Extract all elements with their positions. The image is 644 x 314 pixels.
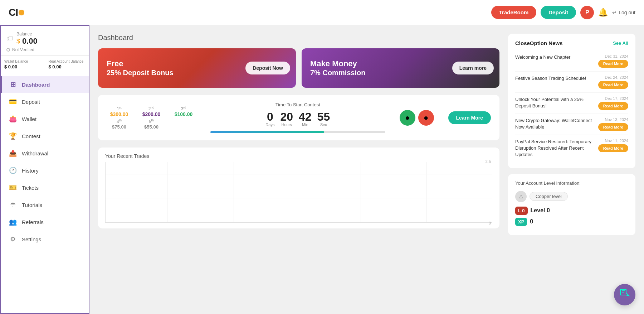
- logout-icon: ↩: [612, 10, 616, 15]
- not-verified-row: Not Verified: [6, 47, 83, 52]
- news-item-1-date: Dec 31, 2024: [605, 54, 628, 58]
- deposit-now-button[interactable]: Deposit Now: [245, 62, 290, 74]
- read-more-2-button[interactable]: Read More: [598, 81, 628, 89]
- recent-trades-section: Your Recent Trades 2.5 0: [98, 148, 499, 228]
- wallet-balance-item: Wallet Balance $ 0.00: [1, 56, 45, 73]
- avatar-button[interactable]: P: [580, 6, 594, 19]
- sidebar-label-history: History: [22, 168, 39, 174]
- sidebar-item-tutorials[interactable]: ☂ Tutorials: [1, 196, 89, 213]
- prize-5th-amount: $55.00: [139, 124, 164, 130]
- balance-row: 🏷 Balance $ 0.00: [6, 32, 83, 46]
- real-account-label: Real Account Balance: [49, 59, 86, 63]
- place-4-label: 4th: [107, 119, 132, 124]
- level-badge: L 0: [515, 207, 528, 215]
- sidebar-item-withdrawal[interactable]: 📤 Withdrawal: [1, 145, 89, 162]
- sidebar-label-dashboard: Dashboard: [22, 82, 50, 88]
- sidebar-item-contest[interactable]: 🏆 Contest: [1, 127, 89, 145]
- balance-section: 🏷 Balance $ 0.00 Not Verified: [1, 26, 89, 55]
- contest-section: 1st $300.00 2nd $200.00 3rd $100.00 4th: [98, 95, 499, 140]
- news-item-5-title: PayPal Service Restored: Temporary Disru…: [515, 139, 592, 158]
- prize-1st: 1st $300.00: [107, 106, 132, 117]
- prize-row-bottom: 4th $75.00 5th $55.00: [107, 119, 196, 130]
- news-item-2-right: Dec 24, 2024 Read More: [596, 75, 628, 89]
- account-level-title: Your Account Level Information:: [515, 180, 628, 186]
- sidebar-label-settings: Settings: [22, 236, 41, 242]
- place-2-label: 2nd: [139, 106, 164, 111]
- contest-timer: Time To Start Contest 0 Days 20 Hours 42…: [210, 102, 385, 133]
- contest-icons: ● ●: [400, 110, 434, 126]
- sidebar-item-deposit[interactable]: 💳 Deposit: [1, 93, 89, 110]
- prize-4th: 4th $75.00: [107, 119, 132, 130]
- traderoom-button[interactable]: TradeRoom: [491, 6, 537, 19]
- banner1-title: 25% Deposit Bonus: [107, 68, 237, 77]
- learn-more-banner-button[interactable]: Learn more: [452, 62, 494, 74]
- contest-timer-label: Time To Start Contest: [210, 102, 385, 107]
- sidebar-item-dashboard[interactable]: ⊞ Dashboard: [1, 76, 89, 93]
- logo-text: CI: [9, 7, 18, 18]
- news-item-5-content: PayPal Service Restored: Temporary Disru…: [515, 139, 592, 158]
- news-item-1: Welcoming a New Chapter Dec 31, 2024 Rea…: [515, 50, 628, 72]
- read-more-1-button[interactable]: Read More: [598, 60, 628, 68]
- green-circle-icon: ●: [405, 113, 410, 122]
- banner1-text: Free 25% Deposit Bonus: [98, 52, 245, 84]
- logout-label: Log out: [619, 10, 635, 15]
- logout-button[interactable]: ↩ Log out: [612, 10, 635, 15]
- copper-label: Copper level: [530, 192, 568, 201]
- notification-button[interactable]: 🔔: [598, 8, 608, 17]
- xp-row: XP 0: [515, 218, 628, 226]
- read-more-5-button[interactable]: Read More: [598, 144, 628, 152]
- prize-places: 1st $300.00 2nd $200.00 3rd $100.00 4th: [107, 106, 196, 130]
- floating-chat-button[interactable]: [614, 284, 635, 305]
- contest-icon: 🏆: [9, 132, 17, 140]
- news-item-4-right: Nov 13, 2024 Read More: [596, 117, 628, 131]
- sidebar-item-settings[interactable]: ⚙ Settings: [1, 231, 89, 248]
- prize-1st-amount: $300.00: [107, 111, 132, 117]
- read-more-4-button[interactable]: Read More: [598, 123, 628, 131]
- dashboard-icon: ⊞: [9, 81, 17, 88]
- news-title: CloseOption News: [515, 40, 563, 46]
- news-item-3-date: Dec 17, 2024: [605, 96, 628, 101]
- prize-2nd-amount: $200.00: [139, 111, 164, 117]
- tutorials-icon: ☂: [9, 201, 17, 209]
- dollar-sign: $: [16, 38, 20, 45]
- timer-hours: 20 Hours: [280, 111, 293, 127]
- timer-days-value: 0: [265, 111, 274, 122]
- news-card: CloseOption News See All Welcoming a New…: [508, 34, 635, 168]
- sidebar-item-tickets[interactable]: 🎫 Tickets: [1, 179, 89, 196]
- sidebar-item-history[interactable]: 🕐 History: [1, 162, 89, 179]
- sidebar-label-tickets: Tickets: [22, 185, 39, 191]
- news-item-5: PayPal Service Restored: Temporary Disru…: [515, 135, 628, 162]
- see-all-button[interactable]: See All: [613, 40, 628, 46]
- commission-banner: Make Money 7% Commission Learn more: [302, 48, 499, 88]
- read-more-3-button[interactable]: Read More: [598, 102, 628, 110]
- timer-display: 0 Days 20 Hours 42 Min 55 Sec: [210, 111, 385, 127]
- news-item-1-title: Welcoming a New Chapter: [515, 54, 592, 61]
- sidebar-item-referrals[interactable]: 👥 Referrals: [1, 213, 89, 231]
- copper-level-badge: ⚠ Copper level: [515, 191, 628, 202]
- news-item-3-content: Unlock Your Potential with a 25% Deposit…: [515, 96, 592, 109]
- chart-area: 2.5 0: [105, 162, 492, 223]
- news-item-4-title: New Crypto Gateway: WalletConnect Now Av…: [515, 117, 592, 130]
- sidebar-item-wallet[interactable]: 👛 Wallet: [1, 110, 89, 127]
- learn-more-contest-button[interactable]: Learn More: [448, 111, 491, 124]
- news-item-1-content: Welcoming a New Chapter: [515, 54, 592, 61]
- wallet-balance-label: Wallet Balance: [4, 59, 41, 63]
- referrals-icon: 👥: [9, 218, 17, 226]
- deposit-bonus-banner: Free 25% Deposit Bonus Deposit Now: [98, 48, 296, 88]
- real-account-amount: $ 0.00: [49, 64, 86, 69]
- not-verified-dot: [6, 48, 10, 52]
- banner2-make-money-label: Make Money: [310, 59, 444, 68]
- news-item-2: Festive Season Trading Schedule! Dec 24,…: [515, 72, 628, 93]
- news-item-4-content: New Crypto Gateway: WalletConnect Now Av…: [515, 117, 592, 130]
- prize-3rd-amount: $100.00: [171, 111, 196, 117]
- account-level-card: Your Account Level Information: ⚠ Copper…: [508, 174, 635, 235]
- timer-sec: 55 Sec: [317, 111, 330, 127]
- timer-min: 42 Min: [299, 111, 312, 127]
- not-verified-label: Not Verified: [12, 47, 34, 52]
- timer-progress-bar: [210, 131, 324, 133]
- wallet-balances: Wallet Balance $ 0.00 Real Account Balan…: [1, 55, 89, 73]
- history-icon: 🕐: [9, 166, 17, 174]
- deposit-header-button[interactable]: Deposit: [541, 6, 576, 19]
- banner-row: Free 25% Deposit Bonus Deposit Now Make …: [98, 48, 499, 88]
- logo-dot: [19, 10, 24, 15]
